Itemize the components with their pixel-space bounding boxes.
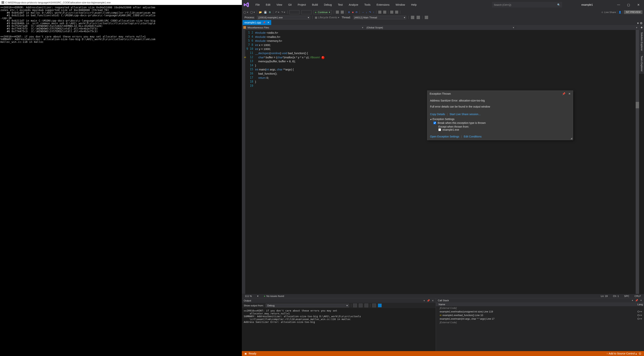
out-btn-2[interactable]	[359, 304, 362, 307]
issues-indicator[interactable]: No issues found	[264, 295, 284, 298]
callstack-row[interactable]: [External Code]	[436, 321, 644, 324]
callstack-title[interactable]: Call Stack ▾📌✕	[436, 298, 644, 302]
callstack-row[interactable]: example1.exe!bad_function() Line 10C++	[436, 313, 644, 317]
back-button[interactable]: ◯ ▾	[243, 11, 248, 14]
project-scope[interactable]: Miscellaneous Files	[242, 26, 365, 29]
step-out-button[interactable]: ↑	[373, 11, 374, 14]
restart-button[interactable]: ⟳	[356, 11, 358, 14]
callstack-row[interactable]: [External Code]	[436, 306, 644, 310]
edit-conditions-link[interactable]: Edit Conditions	[464, 135, 482, 138]
undo-button[interactable]: ↶ ▾	[275, 11, 279, 14]
dropdown-icon[interactable]: ▾	[632, 299, 633, 302]
platform-combo[interactable]	[301, 10, 312, 14]
save-button[interactable]: 💾	[264, 11, 267, 14]
close-icon[interactable]: ✕	[432, 299, 434, 302]
callstack-row[interactable]: example1.exe!malloc(unsigned int size) L…	[436, 310, 644, 313]
open-button[interactable]: 📂	[259, 11, 262, 14]
menu-debug[interactable]: Debug	[324, 3, 332, 6]
side-tab-solution[interactable]: Solution Explorer	[639, 30, 644, 53]
output-title[interactable]: Output ▾📌✕	[242, 298, 436, 303]
zoom-level[interactable]: 111 %	[245, 295, 252, 298]
minimize-button[interactable]: —	[614, 2, 623, 7]
saveall-button[interactable]: 🗎	[269, 11, 271, 14]
tab-close-icon[interactable]: ✕	[268, 21, 269, 24]
pin-icon[interactable]: 📌	[427, 299, 430, 302]
code-editor[interactable]: 1 2 3 4 5 6 7 8 9 10 11 12 13 14 15 16 1…	[242, 30, 644, 294]
stack-icon[interactable]	[416, 16, 420, 19]
vertical-scrollbar[interactable]	[636, 30, 639, 294]
frame-icon[interactable]	[425, 16, 428, 19]
continue-button[interactable]: Continue ▾	[314, 10, 332, 14]
solution-name[interactable]: example1	[568, 3, 606, 6]
pin-icon[interactable]: 📌	[263, 21, 266, 24]
hex-button[interactable]	[336, 10, 339, 14]
process-combo[interactable]: [20916] example1.exe	[257, 16, 310, 19]
menu-edit[interactable]: Edit	[266, 3, 270, 6]
search-box[interactable]: Search (Ctrl+Q) 🔍	[492, 2, 562, 7]
pin-icon[interactable]: 📌	[562, 92, 565, 95]
menu-help[interactable]: Help	[411, 3, 416, 6]
feedback-icon[interactable]: 👤	[618, 11, 622, 14]
out-btn-3[interactable]	[364, 304, 368, 307]
out-btn-4[interactable]	[372, 304, 376, 307]
zoom-dropdown-icon[interactable]: ▾	[257, 295, 258, 298]
flag-icon[interactable]	[411, 16, 414, 19]
except-exe-checkbox[interactable]: example1.exe	[438, 128, 570, 131]
copy-details-link[interactable]: Copy Details	[430, 113, 445, 116]
step-over-button[interactable]: ↷	[369, 11, 371, 14]
close-icon[interactable]: ✕	[640, 299, 642, 302]
add-source-control[interactable]: ↑Add to Source Control ▴	[606, 352, 637, 355]
menu-view[interactable]: View	[276, 3, 282, 6]
menu-analyze[interactable]: Analyze	[349, 3, 358, 6]
side-tab-team[interactable]: Team Explorer	[639, 53, 644, 74]
close-icon[interactable]: ✕	[568, 92, 571, 95]
breakpoint-margin[interactable]	[242, 30, 245, 294]
tool-c[interactable]	[390, 10, 393, 14]
tool-d[interactable]	[395, 10, 398, 14]
thread-combo[interactable]: [46012] Main Thread	[353, 16, 406, 19]
tab-example1[interactable]: example1.cpp 📌 ✕	[242, 20, 271, 25]
pin-icon[interactable]: 📌	[635, 299, 638, 302]
maximize-button[interactable]: ▢	[624, 2, 633, 7]
tool-b[interactable]	[383, 10, 386, 14]
code-area[interactable]: #include <stdio.h>#include <malloc.h>#in…	[255, 30, 636, 294]
open-exception-settings-link[interactable]: Open Exception Settings	[430, 135, 459, 138]
type-scope[interactable]: (Global Scope)	[365, 26, 516, 29]
menu-git[interactable]: Git	[288, 3, 292, 6]
lifecycle-events[interactable]: ▦ Lifecycle Events ▾	[315, 16, 339, 19]
menu-window[interactable]: Window	[396, 3, 405, 6]
share-icon[interactable]: ⎋	[602, 11, 603, 14]
output-source-combo[interactable]: Debug	[266, 304, 349, 307]
split-view-icon[interactable]: ✚	[639, 26, 644, 29]
pause-button[interactable]: ⏸	[348, 11, 350, 14]
menu-test[interactable]: Test	[338, 3, 343, 6]
resize-grip-icon[interactable]: ◢	[570, 137, 572, 140]
config-combo[interactable]	[290, 10, 300, 14]
col-lang[interactable]: Lang	[637, 303, 643, 306]
stop-button[interactable]: ■	[352, 11, 354, 14]
live-share-button[interactable]: Live Share	[604, 11, 616, 14]
tool-a[interactable]	[378, 10, 381, 14]
step-into-button[interactable]: ↓	[366, 11, 367, 14]
menu-tools[interactable]: Tools	[364, 3, 370, 6]
out-btn-5[interactable]	[378, 304, 382, 307]
start-liveshare-link[interactable]: Start Live Share session...	[450, 113, 480, 116]
callstack-row[interactable]: example1.exe!main(int argc, char * * arg…	[436, 317, 644, 321]
fwd-button[interactable]: ◯ ▾	[250, 11, 255, 14]
out-btn-1[interactable]	[353, 304, 357, 307]
menu-file[interactable]: File	[256, 3, 260, 6]
break-checkbox[interactable]: Break when this exception type is thrown	[434, 121, 570, 124]
notifications-icon[interactable]: 🛈	[639, 352, 641, 355]
col-name[interactable]: Name	[438, 303, 445, 306]
console-titlebar[interactable]: C:\MSDN\cpp-docs-pr\docs\c-language\ASAN…	[0, 0, 242, 5]
tab-settings-icon[interactable]: ⚙	[640, 21, 642, 25]
exception-settings-header[interactable]: Exception Settings	[430, 118, 570, 121]
close-button[interactable]: ✕	[634, 2, 642, 7]
win-button[interactable]	[341, 10, 344, 14]
menu-project[interactable]: Project	[298, 3, 306, 6]
tab-dropdown-icon[interactable]: ▾	[637, 21, 639, 25]
menu-extensions[interactable]: Extensions	[376, 3, 390, 6]
redo-button[interactable]: ↷ ▾	[281, 11, 286, 14]
dropdown-icon[interactable]: ▾	[424, 299, 425, 302]
menu-build[interactable]: Build	[312, 3, 318, 6]
